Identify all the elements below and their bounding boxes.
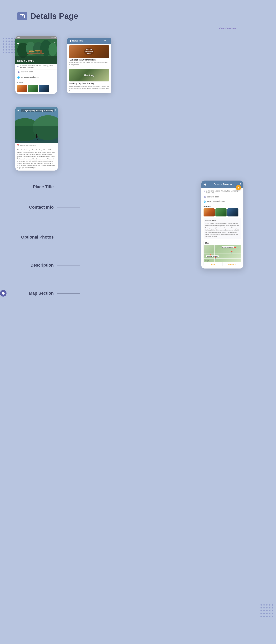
website-row: 🌐 www.dusunbambu.com (15, 75, 57, 80)
label-place-title: Place Title (15, 184, 54, 190)
label-contact-info: Contact Info (15, 205, 54, 210)
lp-website: www.dusunbambu.com (207, 200, 225, 202)
article-hero-title: [TIPS] Preparing Your Trip to Bandung (21, 109, 54, 112)
label-line-2 (57, 207, 80, 208)
calendar-icon: 📅 (17, 144, 19, 146)
article-body: Phasellus tincidunt, est laoreet mollis … (15, 147, 58, 170)
label-map-section-row: Map Section (15, 291, 80, 296)
label-place-title-row: Place Title (15, 184, 80, 190)
news-item-1-desc: Presented by Bandung Cultural and Touris… (69, 62, 109, 66)
lp-web-icon: 🌐 (204, 200, 206, 203)
lp-photo-1[interactable] (204, 208, 215, 216)
news-item-1[interactable]: BRAGACULINARYNIGHT [EVENT] Braga Culinar… (67, 44, 111, 68)
lp-location-icon: ⊕ (204, 190, 205, 192)
label-line-5 (57, 293, 80, 294)
news-header-left: ◀ News Info (69, 39, 83, 42)
news-title: News Info (72, 39, 83, 42)
map-visual: 📍 📍 📍 📍 Orchid Forest Cikole Lembang Par… (204, 245, 241, 262)
location-icon: ⊕ (17, 65, 19, 68)
web-icon: 🌐 (17, 76, 20, 79)
news-more-icon[interactable]: ⋮ (107, 39, 109, 42)
map-bullet-inner (2, 292, 4, 295)
map-view-button[interactable]: VIEW (204, 262, 223, 266)
map-road-h1 (204, 254, 241, 254)
label-optional-photos-row: Optional Photos (15, 235, 80, 240)
news-refresh-icon[interactable]: ↻ (104, 39, 106, 42)
large-phone-place-name: Dusun Bambu (214, 183, 232, 186)
lp-phone: 022-8278-2020 (207, 196, 219, 198)
article-date: January 21, 2018 09:00 (20, 144, 36, 146)
label-description: Description (15, 263, 54, 268)
lp-description-text: Dusun Bambu Family Leisure Park is an ec… (205, 222, 240, 238)
phone-icon: ☎ (17, 71, 20, 74)
wavy-decoration: 〜〜〜 (219, 24, 236, 33)
phone-text: 022-8278-2020 (21, 71, 33, 73)
website-text: www.dusunbambu.com (21, 76, 39, 78)
phone-place-detail: 9:00 100% ◀ ⤴ Dusun Bambu (15, 36, 57, 94)
lp-map-label: Map (204, 241, 241, 245)
bandung-text: Bandung (84, 74, 94, 77)
map-navigate-button[interactable]: NAVIGATE (223, 262, 241, 266)
article-meta: 📅 January 21, 2018 09:00 (15, 143, 58, 147)
map-label-orchid: Orchid Forest Cikole (222, 246, 234, 248)
lp-address: Jl. Kolonel Masturi Km. 11, Situ Lembang… (206, 190, 241, 194)
map-label-lembang: Lembang Park & Zoo (206, 256, 219, 257)
label-contact-info-row: Contact Info (15, 205, 80, 210)
label-optional-photos: Optional Photos (15, 235, 54, 240)
lp-description-box: Description Dusun Bambu Family Leisure P… (204, 218, 241, 239)
news-header-icons: ↻ ⋮ (104, 39, 109, 42)
address-row: ⊕ Jl. Kolonel Masturi Km. 11, Situ Lemba… (15, 64, 57, 70)
map-pin-2: 📍 (230, 251, 233, 254)
news-item-2-desc: Sed a ornare nunc, in lobortis lorem. Pr… (69, 85, 109, 92)
phone-row: ☎ 022-8278-2020 (15, 70, 57, 75)
label-map-section: Map Section (15, 291, 54, 296)
back-button[interactable]: ◀ (17, 42, 19, 45)
photo-1[interactable] (17, 85, 27, 92)
lp-website-row: 🌐 www.dusunbambu.com (201, 199, 243, 204)
dot-grid-bottom-right (261, 604, 273, 617)
label-line-3 (57, 237, 80, 238)
hero-navigation: ◀ ⤴ (15, 42, 57, 45)
article-phone: ◀ ⤴ [TIPS] Preparing Your Trip to Bandun… (15, 106, 58, 170)
favorite-button[interactable]: ♥ (236, 185, 241, 190)
map-section-bullet (0, 290, 6, 296)
photos-row (17, 85, 55, 92)
photos-label: Photos (17, 82, 55, 84)
map-google-logo: Google (205, 260, 209, 262)
share-button[interactable]: ⤴ (54, 42, 56, 45)
photo-3[interactable] (39, 85, 49, 92)
news-info-panel: ◀ News Info ↻ ⋮ BRAGACULINARYNIGHT [EVEN… (67, 38, 111, 93)
status-bar: 9:00 100% (15, 36, 57, 39)
lp-phone-icon: ☎ (204, 196, 206, 198)
lp-photo-3[interactable] (227, 208, 238, 216)
article-hero: ◀ ⤴ [TIPS] Preparing Your Trip to Bandun… (15, 106, 58, 143)
news-back-icon[interactable]: ◀ (69, 39, 71, 42)
lp-photo-2[interactable] (215, 208, 227, 216)
address-text: Jl. Kolonel Masturi Km. 11, Situ Lembang… (20, 65, 55, 68)
news-item-2-image: Bandung (69, 69, 109, 82)
map-pin-4: 📍 (214, 257, 217, 260)
svg-rect-28 (37, 136, 38, 138)
page-title: Details Page (30, 12, 78, 21)
braga-badge: BRAGACULINARYNIGHT (84, 48, 94, 55)
page-header: Details Page (0, 0, 276, 21)
dot-grid-top-left (3, 38, 15, 54)
large-phone-back-icon[interactable]: ◀ (204, 182, 206, 186)
labels-section: Place Title Contact Info Optional Photos… (15, 184, 80, 306)
svg-point-23 (36, 134, 37, 136)
svg-rect-11 (40, 50, 42, 54)
status-time: 9:00 (17, 36, 20, 38)
large-phone-detail: ◀ Dusun Bambu ⤴ ♥ ⊕ Jl. Kolonel Masturi … (201, 180, 243, 268)
label-description-row: Description (15, 263, 80, 268)
article-share-icon[interactable]: ⤴ (55, 108, 56, 112)
hero-image: ◀ ⤴ Dusun Bambu (15, 39, 57, 64)
place-name-overlay: Dusun Bambu (17, 59, 34, 62)
news-header: ◀ News Info ↻ ⋮ (67, 38, 111, 44)
photo-2[interactable] (28, 85, 38, 92)
article-back-icon[interactable]: ◀ (17, 108, 19, 112)
lp-description-label: Description (205, 220, 240, 222)
svg-rect-12 (26, 54, 47, 54)
label-line-4 (57, 265, 80, 266)
map-actions: VIEW NAVIGATE (204, 262, 241, 266)
news-item-2[interactable]: Bandung Bandung City from The Sky Sed a … (67, 68, 111, 93)
